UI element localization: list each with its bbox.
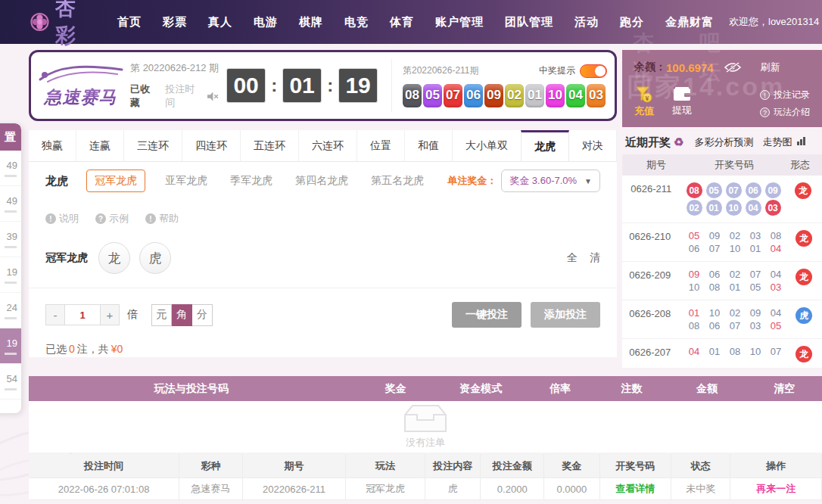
select-all-button[interactable]: 全 xyxy=(567,251,578,265)
play-type-tabs: 独赢连赢三连环四连环五连环六连环位置和值大小单双龙虎对决 xyxy=(29,130,617,162)
tab-大小单双[interactable]: 大小单双 xyxy=(453,130,522,161)
bet-time-label: 投注时间 xyxy=(165,82,201,110)
eye-slash-icon[interactable] xyxy=(724,62,741,73)
nav-item-金鼎财富[interactable]: 金鼎财富 xyxy=(655,15,724,30)
play-intro-link[interactable]: ? 玩法介绍 xyxy=(760,106,810,119)
deposit-button[interactable]: ¥ 充值 xyxy=(634,86,654,121)
cart-col-倍率: 倍率 xyxy=(525,382,596,396)
history-cell[interactable]: 查看详情 xyxy=(600,478,671,500)
draw-ball: 04 xyxy=(566,84,585,107)
subtab-季军龙虎[interactable]: 季军龙虎 xyxy=(230,174,272,188)
nav-item-团队管理[interactable]: 团队管理 xyxy=(494,15,564,30)
side-panel-item[interactable]: 49 xyxy=(0,151,21,186)
draw-ball: 05 xyxy=(423,84,442,107)
nav-item-账户管理[interactable]: 账户管理 xyxy=(425,15,494,30)
side-panel-item[interactable]: 19 xyxy=(0,257,21,293)
draw-ball: 02 xyxy=(505,84,524,107)
nav-item-首页[interactable]: 首页 xyxy=(107,15,152,30)
side-panel-item[interactable]: 24 xyxy=(0,293,21,328)
draw-issue: 0626-209 xyxy=(622,267,678,294)
draw-number: 01 xyxy=(705,346,725,357)
side-panel-item[interactable]: 19 xyxy=(0,328,21,364)
draw-number: 01 xyxy=(725,282,746,293)
trend-link[interactable]: 走势图 xyxy=(762,135,806,149)
bet-option-龙[interactable]: 龙 xyxy=(98,242,130,274)
help-link-说明[interactable]: !说明 xyxy=(45,212,79,226)
nav-item-电游[interactable]: 电游 xyxy=(243,15,288,30)
bet-row-label: 冠军龙虎 xyxy=(45,251,88,265)
tab-四连环[interactable]: 四连环 xyxy=(182,130,241,161)
unit-角[interactable]: 角 xyxy=(172,304,192,326)
favorited-button[interactable]: 已收藏 xyxy=(130,82,157,110)
nav-item-活动[interactable]: 活动 xyxy=(564,15,609,30)
side-panel-item[interactable]: 39 xyxy=(0,222,21,257)
cart-col-清空[interactable]: 清空 xyxy=(746,382,822,396)
nav-item-跑分[interactable]: 跑分 xyxy=(609,15,655,30)
speaker-muted-icon[interactable] xyxy=(207,92,219,101)
draw-numbers: 09060207041008010503 xyxy=(678,267,786,294)
analysis-link[interactable]: 多彩分析预测 xyxy=(694,135,753,149)
tab-连赢[interactable]: 连赢 xyxy=(76,130,124,161)
stepper-plus-button[interactable]: + xyxy=(100,304,120,325)
subtab-亚军龙虎[interactable]: 亚军龙虎 xyxy=(165,174,207,188)
selected-count: 0 xyxy=(67,343,77,355)
help-icon: ! xyxy=(45,213,56,224)
nav-item-棋牌[interactable]: 棋牌 xyxy=(288,15,334,30)
prize-select[interactable]: 奖金 3.60-7.0% ▼ xyxy=(501,170,600,192)
draw-ball: 09 xyxy=(484,84,503,107)
subtab-第五名龙虎[interactable]: 第五名龙虎 xyxy=(371,174,424,188)
refresh-recycle-icon[interactable]: ♻ xyxy=(674,135,683,149)
draw-issue: 0626-210 xyxy=(622,229,678,256)
tab-六连环[interactable]: 六连环 xyxy=(299,130,357,161)
brand-logo[interactable]: 杏彩 xyxy=(30,0,86,49)
quick-bet-button[interactable]: 一键投注 xyxy=(452,302,522,328)
nav-item-体育[interactable]: 体育 xyxy=(379,15,425,30)
draw-ball: 06 xyxy=(464,84,483,107)
draw-ball: 08 xyxy=(687,182,702,198)
help-link-示例[interactable]: ?示例 xyxy=(95,212,129,226)
tab-五连环[interactable]: 五连环 xyxy=(241,130,299,161)
unit-分[interactable]: 分 xyxy=(192,304,213,326)
draw-number: 08 xyxy=(766,230,786,241)
win-tip-toggle[interactable] xyxy=(580,64,607,78)
tab-龙虎[interactable]: 龙虎 xyxy=(521,130,569,161)
stepper-minus-button[interactable]: - xyxy=(45,304,65,325)
stepper-input[interactable] xyxy=(65,304,100,325)
subtab-第四名龙虎[interactable]: 第四名龙虎 xyxy=(295,174,348,188)
tab-三连环[interactable]: 三连环 xyxy=(124,130,182,161)
nav-item-电竞[interactable]: 电竞 xyxy=(334,15,379,30)
tab-和值[interactable]: 和值 xyxy=(405,130,453,161)
history-col-期号: 期号 xyxy=(243,454,346,478)
history-cell[interactable]: 再来一注 xyxy=(730,478,822,500)
tab-对决[interactable]: 对决 xyxy=(569,130,617,161)
side-panel-item[interactable]: 54 xyxy=(0,364,21,400)
unit-元[interactable]: 元 xyxy=(151,304,172,326)
subtab-冠军龙虎[interactable]: 冠军龙虎 xyxy=(86,170,145,192)
help-link-帮助[interactable]: !帮助 xyxy=(145,212,179,226)
add-bet-button[interactable]: 添加投注 xyxy=(531,302,600,328)
recent-table-header: 期号开奖号码形态 xyxy=(622,154,822,176)
nav-item-彩票[interactable]: 彩票 xyxy=(152,15,198,30)
draw-number: 08 xyxy=(684,320,705,331)
tab-独赢[interactable]: 独赢 xyxy=(29,130,76,161)
nav-item-真人[interactable]: 真人 xyxy=(198,15,243,30)
withdraw-button[interactable]: 提现 xyxy=(672,86,692,121)
bar-chart-icon xyxy=(797,137,806,145)
top-navigation: 杏彩 首页彩票真人电游棋牌电竞体育账户管理团队管理活动跑分金鼎财富 欢迎您，lo… xyxy=(0,0,822,44)
shape-badge-龙: 龙 xyxy=(796,269,812,285)
bet-records-link[interactable]: ! 投注记录 xyxy=(760,89,810,101)
help-icon: ? xyxy=(95,213,106,224)
balance-value: 100.6974 xyxy=(666,61,714,74)
history-col-状态: 状态 xyxy=(671,454,731,478)
tab-位置[interactable]: 位置 xyxy=(357,130,405,161)
recent-row: 0626-21005090203080607100104龙 xyxy=(622,223,822,262)
side-panel-item[interactable]: 49 xyxy=(0,186,21,222)
draw-ball: 07 xyxy=(726,182,742,198)
recent-col-期号: 期号 xyxy=(622,158,690,172)
draw-number: 04 xyxy=(684,346,705,357)
bet-option-虎[interactable]: 虎 xyxy=(139,242,171,274)
side-panel-header[interactable]: 置 xyxy=(0,123,21,151)
shape-badge-虎: 虎 xyxy=(796,307,812,324)
clear-button[interactable]: 清 xyxy=(590,251,600,265)
refresh-button[interactable]: 刷新 xyxy=(761,61,780,74)
